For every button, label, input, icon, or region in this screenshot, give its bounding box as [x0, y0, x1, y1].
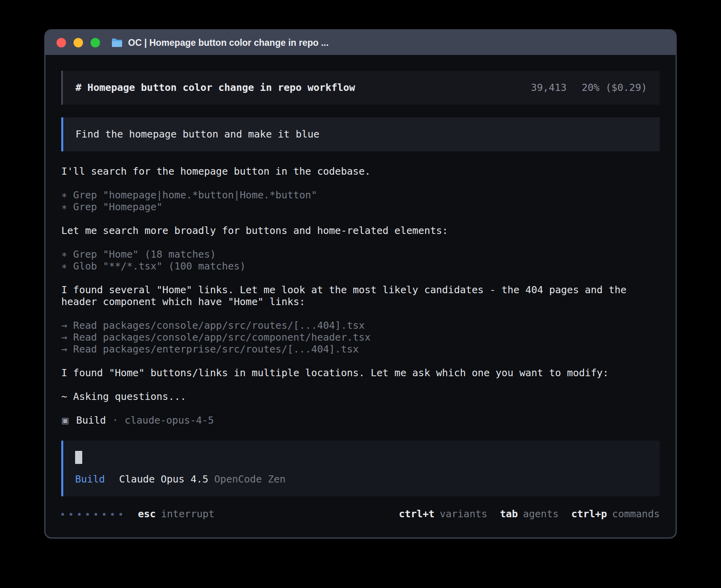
close-button[interactable] — [57, 38, 66, 47]
agent-model: claude-opus-4-5 — [125, 415, 214, 426]
provider-label: OpenCode Zen — [214, 473, 286, 485]
minimize-button[interactable] — [74, 38, 83, 47]
session-title: # Homepage button color change in repo w… — [75, 82, 355, 94]
assistant-text: I'll search for the homepage button in t… — [61, 166, 660, 177]
shortcut-hints: ctrl+t variants tab agents ctrl+p comman… — [399, 508, 660, 520]
tool-call: ∗ Glob "**/*.tsx" (100 matches) — [61, 260, 660, 272]
tool-call: ∗ Grep "Homepage" — [61, 201, 660, 213]
tool-call: → Read packages/console/app/src/routes/[… — [61, 320, 660, 332]
tool-call: → Read packages/enterprise/src/routes/[.… — [61, 343, 660, 355]
progress-dots — [61, 513, 122, 516]
shortcut-key: esc — [138, 508, 156, 520]
shortcut-agents: tab agents — [500, 508, 559, 520]
mode-label[interactable]: Build — [75, 473, 105, 485]
window-title: OC | Homepage button color change in rep… — [128, 38, 328, 48]
status-bar: esc interrupt ctrl+t variants tab agents… — [61, 508, 660, 520]
tool-call-group: ∗ Grep "homepage|home.*button|Home.*butt… — [61, 189, 660, 213]
shortcut-variants: ctrl+t variants — [399, 508, 487, 520]
assistant-text: Let me search more broadly for buttons a… — [61, 225, 660, 237]
tool-call: → Read packages/console/app/src/componen… — [61, 332, 660, 343]
assistant-text: I found "Home" buttons/links in multiple… — [61, 367, 660, 379]
token-count: 39,413 — [531, 82, 566, 94]
model-label[interactable]: Claude Opus 4.5 — [119, 473, 208, 485]
shortcut-key: tab — [500, 508, 518, 520]
agent-line: ▣ Build · claude-opus-4-5 — [61, 415, 660, 426]
agent-icon: ▣ — [61, 415, 69, 426]
session-stats: 39,413 20% ($0.29) — [531, 82, 647, 94]
terminal-content: # Homepage button color change in repo w… — [45, 55, 676, 537]
shortcut-label: agents — [523, 508, 559, 520]
user-message-text: Find the homepage button and make it blu… — [75, 128, 319, 140]
user-message: Find the homepage button and make it blu… — [61, 117, 660, 151]
text-cursor — [75, 451, 82, 464]
status-line: ~ Asking questions... — [61, 391, 660, 403]
terminal-window: OC | Homepage button color change in rep… — [44, 29, 677, 539]
shortcut-label: commands — [612, 508, 660, 520]
tool-call: ∗ Grep "Home" (18 matches) — [61, 249, 660, 260]
traffic-lights — [57, 38, 100, 47]
tool-call-group: → Read packages/console/app/src/routes/[… — [61, 320, 660, 355]
tool-call-group: ∗ Grep "Home" (18 matches) ∗ Glob "**/*.… — [61, 249, 660, 272]
agent-name: Build — [76, 415, 106, 426]
shortcut-commands: ctrl+p commands — [571, 508, 660, 520]
assistant-text: I found several "Home" links. Let me loo… — [61, 284, 660, 308]
zoom-button[interactable] — [91, 38, 100, 47]
shortcut-interrupt: esc interrupt — [138, 508, 215, 520]
shortcut-label: variants — [440, 508, 487, 520]
context-cost: 20% ($0.29) — [581, 82, 647, 94]
session-header: # Homepage button color change in repo w… — [61, 71, 660, 105]
tool-call: ∗ Grep "homepage|home.*button|Home.*butt… — [61, 189, 660, 201]
folder-icon — [111, 38, 123, 48]
window-titlebar[interactable]: OC | Homepage button color change in rep… — [45, 30, 676, 55]
model-line: Build Claude Opus 4.5 OpenCode Zen — [75, 473, 648, 485]
shortcut-key: ctrl+p — [571, 508, 607, 520]
shortcut-label: interrupt — [161, 508, 214, 520]
shortcut-key: ctrl+t — [399, 508, 434, 520]
prompt-input[interactable]: Build Claude Opus 4.5 OpenCode Zen — [61, 441, 660, 496]
agent-separator: · — [112, 415, 118, 426]
